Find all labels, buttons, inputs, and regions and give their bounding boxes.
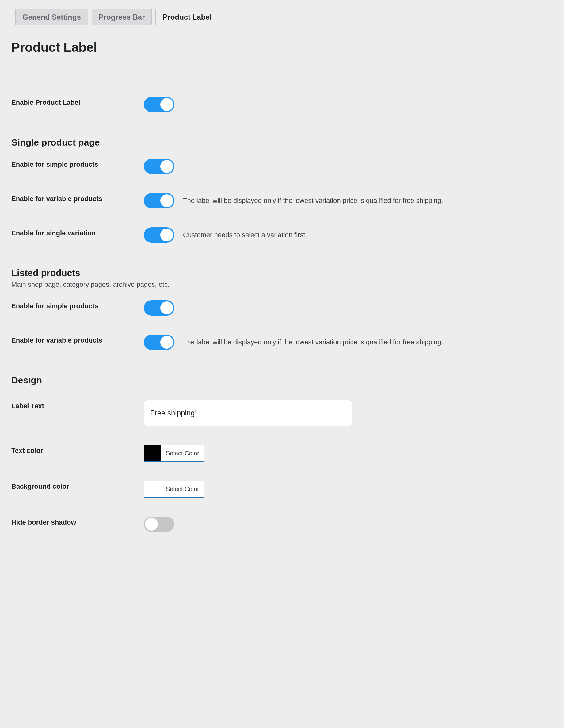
label-bg-color: Background color: [11, 481, 144, 491]
label-hide-shadow: Hide border shadow: [11, 517, 144, 526]
desc-single-variable: The label will be displayed only if the …: [183, 197, 443, 205]
section-single-heading: Single product page: [11, 137, 564, 148]
color-picker-text[interactable]: Select Color: [144, 445, 204, 462]
title-divider: [0, 71, 564, 71]
section-listed-sub: Main shop page, category pages, archive …: [11, 281, 564, 289]
toggle-listed-simple[interactable]: [144, 300, 174, 316]
color-swatch-bg: [144, 481, 161, 497]
label-enable-product-label: Enable Product Label: [11, 97, 144, 107]
toggle-listed-variable[interactable]: [144, 335, 174, 350]
toggle-hide-shadow[interactable]: [144, 517, 174, 532]
section-design-heading: Design: [11, 375, 564, 385]
toggle-enable-product-label[interactable]: [144, 97, 174, 112]
input-label-text[interactable]: [144, 400, 352, 426]
label-single-simple: Enable for simple products: [11, 159, 144, 169]
color-picker-bg[interactable]: Select Color: [144, 481, 204, 498]
tab-progress-bar[interactable]: Progress Bar: [92, 9, 152, 25]
label-label-text: Label Text: [11, 400, 144, 410]
section-listed-heading: Listed products: [11, 268, 564, 278]
tab-product-label[interactable]: Product Label: [155, 9, 218, 25]
label-listed-variable: Enable for variable products: [11, 335, 144, 344]
toggle-single-variable[interactable]: [144, 193, 174, 208]
tabs-bar: General Settings Progress Bar Product La…: [0, 0, 564, 25]
label-single-variable: Enable for variable products: [11, 193, 144, 203]
color-picker-text-label: Select Color: [161, 445, 204, 461]
desc-single-variation: Customer needs to select a variation fir…: [183, 231, 307, 239]
label-listed-simple: Enable for simple products: [11, 300, 144, 310]
tab-general-settings[interactable]: General Settings: [15, 9, 88, 25]
color-swatch-text: [144, 445, 161, 461]
desc-listed-variable: The label will be displayed only if the …: [183, 338, 443, 346]
toggle-single-simple[interactable]: [144, 159, 174, 174]
label-text-color: Text color: [11, 445, 144, 455]
page-title: Product Label: [11, 40, 564, 55]
toggle-single-variation[interactable]: [144, 227, 174, 243]
label-single-variation: Enable for single variation: [11, 227, 144, 237]
color-picker-bg-label: Select Color: [161, 481, 204, 497]
